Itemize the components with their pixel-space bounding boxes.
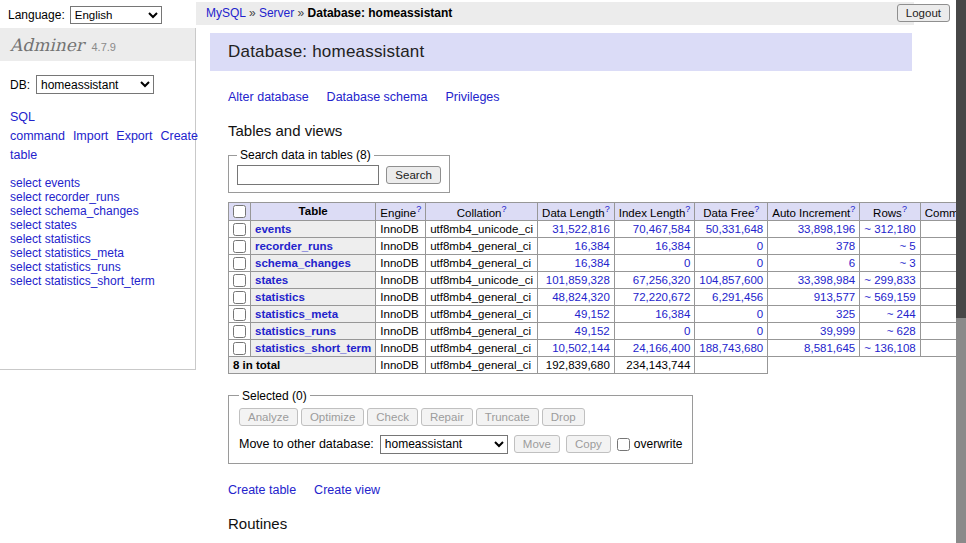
sidebar-link[interactable]: Import [73, 129, 108, 143]
row-checkbox[interactable] [233, 308, 246, 321]
auto-increment-link[interactable]: 8,581,645 [804, 342, 855, 354]
row-checkbox[interactable] [233, 325, 246, 338]
data-length-link[interactable]: 49,152 [575, 325, 610, 337]
row-checkbox[interactable] [233, 257, 246, 270]
table-name-link[interactable]: statistics_meta [255, 308, 338, 320]
sidebar-link[interactable]: SQL command [10, 110, 65, 143]
column-help-link[interactable]: ? [685, 204, 690, 214]
table-name-link[interactable]: recorder_runs [255, 240, 333, 252]
data-free-link[interactable]: 0 [757, 308, 763, 320]
index-length-link[interactable]: 24,166,400 [633, 342, 691, 354]
database-action-link[interactable]: Privileges [445, 90, 499, 104]
auto-increment-link[interactable]: 39,999 [820, 325, 855, 337]
rows-count-link[interactable]: ~ 312,180 [864, 223, 915, 235]
auto-increment-link[interactable]: 33,398,984 [798, 274, 856, 286]
sidebar-table-link[interactable]: select events [10, 176, 80, 190]
data-free-link[interactable]: 188,743,680 [699, 342, 763, 354]
truncate-button[interactable]: Truncate [476, 408, 539, 426]
data-free-link[interactable]: 0 [757, 325, 763, 337]
column-help-link[interactable]: ? [850, 204, 855, 214]
language-select[interactable]: English [70, 6, 162, 24]
sidebar-table-link[interactable]: select statistics_meta [10, 246, 124, 260]
rows-count-link[interactable]: ~ 136,108 [864, 342, 915, 354]
data-length-link[interactable]: 49,152 [575, 308, 610, 320]
overwrite-checkbox[interactable] [617, 438, 630, 451]
move-button[interactable]: Move [514, 435, 560, 453]
drop-button[interactable]: Drop [542, 408, 585, 426]
data-free-link[interactable]: 0 [757, 257, 763, 269]
column-help-link[interactable]: ? [754, 204, 759, 214]
scrollbar[interactable] [956, 0, 966, 543]
auto-increment-link[interactable]: 6 [849, 257, 855, 269]
data-length-link[interactable]: 10,502,144 [552, 342, 610, 354]
scrollbar-thumb[interactable] [956, 0, 966, 318]
index-length-link[interactable]: 67,256,320 [633, 274, 691, 286]
column-help-link[interactable]: ? [605, 204, 610, 214]
table-name-link[interactable]: statistics_runs [255, 325, 336, 337]
data-free-link[interactable]: 104,857,600 [699, 274, 763, 286]
data-free-link[interactable]: 6,291,456 [712, 291, 763, 303]
app-logo[interactable]: Adminer [10, 35, 84, 55]
breadcrumb-link[interactable]: Server [259, 6, 294, 20]
column-help-link[interactable]: ? [416, 204, 421, 214]
create-link[interactable]: Create table [228, 483, 296, 497]
rows-count-link[interactable]: ~ 3 [899, 257, 915, 269]
analyze-button[interactable]: Analyze [239, 408, 298, 426]
create-link[interactable]: Create view [314, 483, 380, 497]
move-db-select[interactable]: homeassistant [380, 435, 508, 454]
rows-count-link[interactable]: ~ 299,833 [864, 274, 915, 286]
sidebar-link[interactable]: Export [116, 129, 152, 143]
breadcrumb-link[interactable]: MySQL [206, 6, 246, 20]
search-input[interactable] [237, 165, 379, 185]
data-free-link[interactable]: 0 [757, 240, 763, 252]
select-all-checkbox[interactable] [233, 205, 246, 218]
database-action-link[interactable]: Database schema [327, 90, 428, 104]
table-name-link[interactable]: events [255, 223, 291, 235]
index-length-link[interactable]: 16,384 [655, 308, 690, 320]
auto-increment-link[interactable]: 378 [836, 240, 855, 252]
sidebar-table-link[interactable]: select states [10, 218, 77, 232]
check-button[interactable]: Check [367, 408, 418, 426]
logout-button[interactable]: Logout [897, 4, 950, 22]
sidebar-table-link[interactable]: select recorder_runs [10, 190, 119, 204]
data-length-link[interactable]: 16,384 [575, 257, 610, 269]
rows-count-link[interactable]: ~ 569,159 [864, 291, 915, 303]
sidebar-table-link[interactable]: select statistics_runs [10, 260, 121, 274]
index-length-link[interactable]: 0 [684, 325, 690, 337]
optimize-button[interactable]: Optimize [301, 408, 364, 426]
index-length-link[interactable]: 72,220,672 [633, 291, 691, 303]
overwrite-option[interactable]: overwrite [617, 437, 683, 451]
table-name-link[interactable]: statistics [255, 291, 305, 303]
table-name-link[interactable]: statistics_short_term [255, 342, 371, 354]
row-checkbox[interactable] [233, 223, 246, 236]
auto-increment-link[interactable]: 33,898,196 [798, 223, 856, 235]
rows-count-link[interactable]: ~ 5 [899, 240, 915, 252]
index-length-link[interactable]: 0 [684, 257, 690, 269]
rows-count-link[interactable]: ~ 628 [887, 325, 916, 337]
data-length-link[interactable]: 48,824,320 [552, 291, 610, 303]
auto-increment-link[interactable]: 325 [836, 308, 855, 320]
data-length-link[interactable]: 101,859,328 [546, 274, 610, 286]
column-help-link[interactable]: ? [902, 204, 907, 214]
row-checkbox[interactable] [233, 342, 246, 355]
row-checkbox[interactable] [233, 274, 246, 287]
index-length-link[interactable]: 16,384 [655, 240, 690, 252]
repair-button[interactable]: Repair [421, 408, 473, 426]
search-button[interactable]: Search [386, 166, 440, 184]
sidebar-table-link[interactable]: select statistics_short_term [10, 274, 155, 288]
data-length-link[interactable]: 16,384 [575, 240, 610, 252]
index-length-link[interactable]: 70,467,584 [633, 223, 691, 235]
table-name-link[interactable]: states [255, 274, 288, 286]
rows-count-link[interactable]: ~ 244 [887, 308, 916, 320]
copy-button[interactable]: Copy [566, 435, 611, 453]
row-checkbox[interactable] [233, 240, 246, 253]
row-checkbox[interactable] [233, 291, 246, 304]
sidebar-table-link[interactable]: select schema_changes [10, 204, 139, 218]
auto-increment-link[interactable]: 913,577 [814, 291, 856, 303]
column-help-link[interactable]: ? [501, 204, 506, 214]
database-action-link[interactable]: Alter database [228, 90, 309, 104]
data-free-link[interactable]: 50,331,648 [706, 223, 764, 235]
sidebar-table-link[interactable]: select statistics [10, 232, 91, 246]
data-length-link[interactable]: 31,522,816 [552, 223, 610, 235]
db-select[interactable]: homeassistant [36, 75, 154, 94]
